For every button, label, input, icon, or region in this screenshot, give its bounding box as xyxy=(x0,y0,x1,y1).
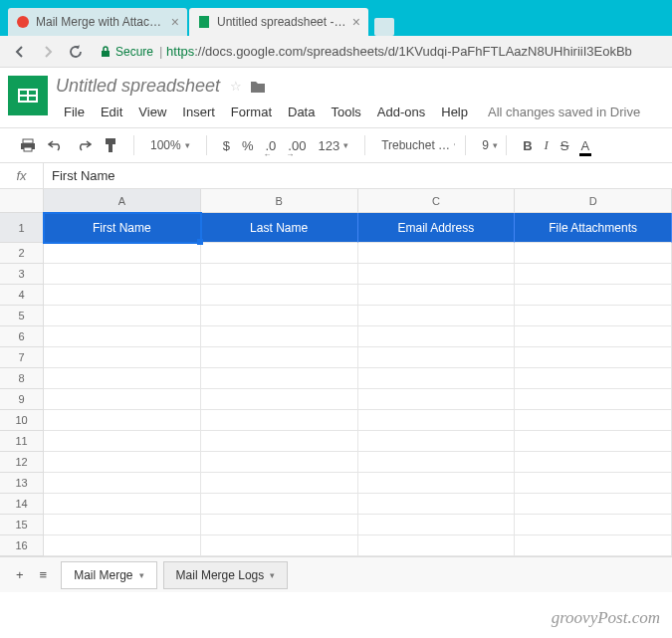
cell[interactable] xyxy=(44,243,201,264)
cell[interactable] xyxy=(358,410,516,431)
cell[interactable]: Last Name xyxy=(201,213,358,243)
row-header[interactable]: 11 xyxy=(0,431,44,452)
text-color-button[interactable]: A xyxy=(575,134,596,157)
more-formats-dropdown[interactable]: 123 xyxy=(312,134,354,157)
cell[interactable] xyxy=(515,473,672,494)
zoom-dropdown[interactable]: 100% xyxy=(144,134,196,156)
row-header[interactable]: 4 xyxy=(0,285,44,306)
cell[interactable] xyxy=(44,494,201,515)
row-header[interactable]: 2 xyxy=(0,243,44,264)
tab-close-icon[interactable]: × xyxy=(352,14,360,30)
menu-insert[interactable]: Insert xyxy=(174,101,223,123)
forward-button[interactable] xyxy=(36,40,60,64)
print-icon[interactable] xyxy=(14,134,42,156)
cell[interactable] xyxy=(201,306,358,326)
menu-view[interactable]: View xyxy=(130,101,174,123)
cell[interactable] xyxy=(44,347,201,368)
cell[interactable] xyxy=(358,368,516,389)
cell[interactable] xyxy=(201,368,358,389)
row-header[interactable]: 9 xyxy=(0,389,44,410)
formula-input[interactable]: First Name xyxy=(44,168,672,183)
back-button[interactable] xyxy=(8,40,32,64)
cell[interactable] xyxy=(358,515,516,535)
font-family-dropdown[interactable]: Trebuchet … xyxy=(375,134,455,156)
increase-decimal-button[interactable]: .00→ xyxy=(282,134,312,157)
cell[interactable] xyxy=(515,535,672,556)
cell[interactable] xyxy=(201,389,358,410)
cell[interactable] xyxy=(44,473,201,494)
cell[interactable] xyxy=(201,326,358,347)
col-header-b[interactable]: B xyxy=(201,189,358,213)
row-header[interactable]: 14 xyxy=(0,494,44,515)
cell[interactable] xyxy=(515,389,672,410)
all-sheets-button[interactable]: ≡ xyxy=(32,563,56,586)
cell[interactable] xyxy=(515,515,672,535)
cell[interactable] xyxy=(201,410,358,431)
cell[interactable] xyxy=(358,535,516,556)
menu-tools[interactable]: Tools xyxy=(323,101,368,123)
format-currency-button[interactable]: $ xyxy=(217,134,236,157)
redo-icon[interactable] xyxy=(70,135,98,155)
reload-button[interactable] xyxy=(64,40,88,64)
cell[interactable] xyxy=(44,431,201,452)
menu-addons[interactable]: Add-ons xyxy=(369,101,433,123)
row-header[interactable]: 10 xyxy=(0,410,44,431)
bold-button[interactable]: B xyxy=(517,134,538,157)
cell[interactable] xyxy=(358,494,516,515)
cell[interactable] xyxy=(201,264,358,285)
menu-format[interactable]: Format xyxy=(223,101,280,123)
cell[interactable] xyxy=(358,389,516,410)
cell[interactable] xyxy=(515,410,672,431)
strikethrough-button[interactable]: S xyxy=(555,134,575,157)
row-header[interactable]: 6 xyxy=(0,326,44,347)
cell[interactable] xyxy=(358,243,516,264)
row-header[interactable]: 15 xyxy=(0,515,44,535)
sheet-tab-0[interactable]: Mail Merge▾ xyxy=(61,561,156,589)
cell[interactable] xyxy=(44,368,201,389)
new-tab-button[interactable] xyxy=(374,18,394,36)
cell[interactable] xyxy=(201,243,358,264)
cell[interactable] xyxy=(44,452,201,473)
cell[interactable] xyxy=(201,473,358,494)
cell[interactable] xyxy=(515,452,672,473)
cell[interactable] xyxy=(201,285,358,306)
url-field[interactable]: Secure | https://docs.google.com/spreads… xyxy=(92,44,664,59)
font-size-dropdown[interactable]: 9 xyxy=(476,134,496,156)
cell[interactable] xyxy=(515,264,672,285)
row-header[interactable]: 3 xyxy=(0,264,44,285)
col-header-a[interactable]: A xyxy=(44,189,201,213)
cell[interactable] xyxy=(44,535,201,556)
row-header[interactable]: 8 xyxy=(0,368,44,389)
cell[interactable] xyxy=(201,494,358,515)
cell[interactable] xyxy=(44,389,201,410)
cell[interactable] xyxy=(515,243,672,264)
format-percent-button[interactable]: % xyxy=(236,134,260,157)
cell[interactable] xyxy=(358,431,516,452)
cell[interactable] xyxy=(44,515,201,535)
cell[interactable] xyxy=(358,473,516,494)
cell[interactable] xyxy=(201,347,358,368)
italic-button[interactable]: I xyxy=(539,133,555,157)
cell[interactable] xyxy=(201,515,358,535)
decrease-decimal-button[interactable]: .0← xyxy=(260,134,283,157)
star-icon[interactable]: ☆ xyxy=(230,79,242,94)
cell[interactable] xyxy=(44,264,201,285)
row-header[interactable]: 12 xyxy=(0,452,44,473)
cell[interactable] xyxy=(358,264,516,285)
cell[interactable] xyxy=(358,452,516,473)
menu-data[interactable]: Data xyxy=(280,101,323,123)
menu-help[interactable]: Help xyxy=(433,101,476,123)
tab-close-icon[interactable]: × xyxy=(171,14,179,30)
browser-tab-1[interactable]: Untitled spreadsheet - G × xyxy=(189,8,368,36)
cell[interactable] xyxy=(358,347,516,368)
browser-tab-0[interactable]: Mail Merge with Attachm × xyxy=(8,8,187,36)
col-header-d[interactable]: D xyxy=(515,189,672,213)
cell[interactable] xyxy=(515,326,672,347)
folder-icon[interactable] xyxy=(250,80,266,94)
cell[interactable] xyxy=(358,306,516,326)
document-title[interactable]: Untitled spreadsheet xyxy=(56,76,220,97)
row-header[interactable]: 1 xyxy=(0,213,44,243)
cell[interactable] xyxy=(515,431,672,452)
cell[interactable]: File Attachments xyxy=(515,213,672,243)
cell[interactable] xyxy=(44,410,201,431)
